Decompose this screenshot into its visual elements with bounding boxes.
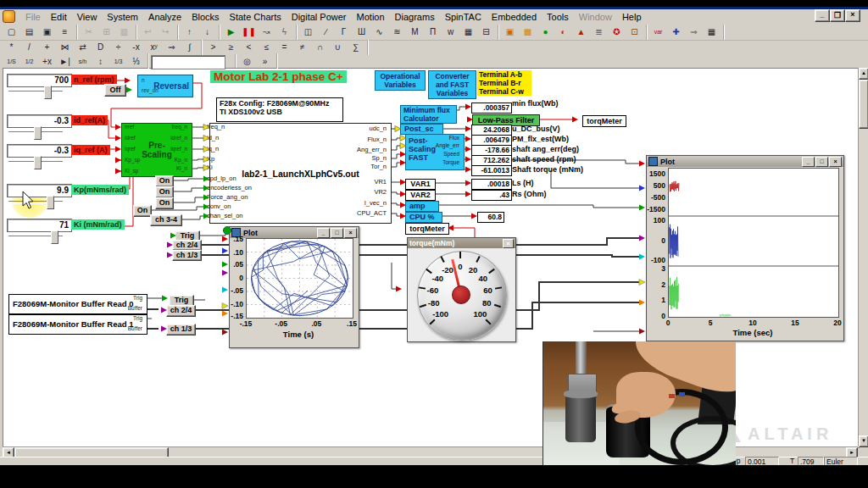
var2-block[interactable]: VAR2 <box>405 190 436 201</box>
one-third-alt-block-icon[interactable]: ⅓ <box>127 53 145 69</box>
equal-block-icon[interactable]: = <box>275 40 293 55</box>
multiply-block-icon[interactable]: * <box>3 40 20 55</box>
integrator-block-icon[interactable]: ∫ <box>181 40 198 55</box>
open-file-icon[interactable]: ▤ <box>20 25 38 40</box>
close-button[interactable]: × <box>845 9 860 22</box>
wire-tool-icon[interactable]: ⇒ <box>685 25 703 40</box>
add-tool-icon[interactable]: ✚ <box>667 25 685 40</box>
divide-block-icon[interactable]: / <box>20 40 38 55</box>
pause-icon[interactable]: ❚❚ <box>240 25 258 40</box>
menu-window[interactable]: Window <box>574 10 617 24</box>
gauge-close-icon[interactable]: × <box>503 239 514 248</box>
ch-3-4-button[interactable]: ch 3-4 <box>150 214 182 226</box>
paste-icon[interactable]: ▥ <box>115 25 133 40</box>
cpu-percent-block[interactable]: CPU % <box>405 212 442 223</box>
xy-plot-titlebar[interactable]: Plot _ □ × <box>230 227 359 238</box>
on-button-3[interactable]: On <box>155 197 174 209</box>
vertical-scrollbar[interactable]: ▲ ▼ <box>858 68 868 446</box>
ch-1-3-button-top[interactable]: ch 1/3 <box>172 250 202 261</box>
time-plot-titlebar[interactable]: Plot _ □ × <box>647 156 843 167</box>
plot-close-icon[interactable]: × <box>344 228 357 238</box>
assign-block-icon[interactable]: ⇒ <box>163 40 181 55</box>
ratio-block-icon[interactable]: ÷ <box>109 40 127 55</box>
plot-maximize-icon[interactable]: □ <box>815 157 828 167</box>
greater-equal-block-icon[interactable]: ≥ <box>222 40 240 55</box>
menu-edit[interactable]: Edit <box>46 10 72 24</box>
menu-spintac[interactable]: SpinTAC <box>440 10 487 24</box>
menu-system[interactable]: System <box>102 10 143 24</box>
vscroll-thumb[interactable] <box>859 80 868 129</box>
locate-icon[interactable]: » <box>256 53 274 69</box>
alarm-tool-icon[interactable]: ▲ <box>572 25 590 40</box>
minimize-button[interactable]: _ <box>815 9 830 22</box>
slider-thumb-0[interactable] <box>44 86 52 99</box>
on-button-1[interactable]: On <box>155 175 174 187</box>
limit-block-icon[interactable]: ►| <box>56 53 74 69</box>
io-tool-icon[interactable]: ⊡ <box>626 25 643 40</box>
gauge-tool-icon[interactable]: ◐ <box>554 25 572 40</box>
run-icon[interactable]: ▶ <box>222 25 240 40</box>
step-block-icon[interactable]: Γ <box>335 25 353 40</box>
menu-embedded[interactable]: Embedded <box>487 10 542 24</box>
monitor-block-icon[interactable]: ⊟ <box>477 25 495 40</box>
list-tool-icon[interactable]: ≣ <box>590 25 608 40</box>
slider-thumb-1[interactable] <box>34 126 42 140</box>
variable-tool-icon[interactable]: var <box>649 25 667 40</box>
sum-block-icon[interactable]: ∑ <box>347 40 364 55</box>
slider-thumb-2[interactable] <box>34 156 42 169</box>
undo-icon[interactable]: ↩ <box>139 25 157 40</box>
torqmeter-block-top[interactable]: torqMeter <box>582 115 626 127</box>
ch-2-4-button-bottom[interactable]: ch 2/4 <box>166 305 196 317</box>
negate-block-icon[interactable]: -x <box>127 40 145 55</box>
menu-diagrams[interactable]: Diagrams <box>390 10 440 24</box>
or-block-icon[interactable]: ∪ <box>329 40 347 55</box>
histogram-tool-icon[interactable]: ▩ <box>519 25 537 40</box>
slider-value-0[interactable]: 700 <box>7 74 72 87</box>
scroll-up-icon[interactable]: ▲ <box>859 68 868 80</box>
updown-block-icon[interactable]: ↕ <box>92 53 109 69</box>
min-flux-calculator-block[interactable]: Minimum flux Calculator <box>400 105 457 124</box>
derivative-block-icon[interactable]: D <box>92 40 109 55</box>
stop-tool-icon[interactable]: ✪ <box>608 25 626 40</box>
menu-help[interactable]: Help <box>617 10 647 24</box>
slider-track-0[interactable] <box>8 91 63 94</box>
menu-view[interactable]: View <box>72 10 103 24</box>
sine-block-icon[interactable]: ∿ <box>370 25 388 40</box>
demote-icon[interactable]: ↓ <box>198 25 216 40</box>
amp-block[interactable]: amp <box>405 201 439 212</box>
data-tool-icon[interactable]: ▦ <box>703 25 721 40</box>
print-icon[interactable]: ≡ <box>56 25 74 40</box>
bar-display-block-icon[interactable]: ≋ <box>388 25 406 40</box>
display-block-icon[interactable]: ▦ <box>459 25 477 40</box>
scroll-down-icon[interactable]: ▼ <box>859 435 868 447</box>
var1-block[interactable]: VAR1 <box>405 179 436 190</box>
menu-tools[interactable]: Tools <box>542 10 574 24</box>
cut-icon[interactable]: ✂ <box>80 25 97 40</box>
ramp-block-icon[interactable]: ∕ <box>317 25 335 40</box>
gauge-titlebar[interactable]: torque(mNm) × <box>408 238 515 248</box>
menu-analyze[interactable]: Analyze <box>143 10 186 24</box>
plot-minimize-icon[interactable]: _ <box>802 157 815 167</box>
app-icon[interactable] <box>3 10 15 23</box>
menu-digital-power[interactable]: Digital Power <box>287 10 352 24</box>
led-tool-icon[interactable]: ● <box>537 25 554 40</box>
restore-button[interactable]: ❐ <box>830 9 845 22</box>
not-equal-block-icon[interactable]: ≠ <box>293 40 311 55</box>
transfer-function-block-icon[interactable]: ◫ <box>299 25 317 40</box>
slider-thumb-4[interactable] <box>51 230 58 244</box>
noise-block-icon[interactable]: w <box>442 25 459 40</box>
offset-block-icon[interactable]: +x <box>38 53 56 69</box>
and-block-icon[interactable]: ∩ <box>311 40 329 55</box>
menu-file[interactable]: File <box>20 10 46 24</box>
menu-blocks[interactable]: Blocks <box>186 10 224 24</box>
one-third-block-icon[interactable]: 1/3 <box>109 53 127 69</box>
ch-1-3-button-bottom[interactable]: ch 1/3 <box>166 324 196 336</box>
merge-block-icon[interactable]: ⋈ <box>56 40 74 55</box>
copy-icon[interactable]: ⊞ <box>97 25 115 40</box>
menu-motion[interactable]: Motion <box>352 10 390 24</box>
plot-close-icon[interactable]: × <box>829 157 842 167</box>
slider-thumb-3[interactable] <box>47 196 54 209</box>
waveform-block-icon[interactable]: M <box>406 25 424 40</box>
off-button[interactable]: Off <box>104 84 126 97</box>
power-block-icon[interactable]: xʸ <box>145 40 163 55</box>
